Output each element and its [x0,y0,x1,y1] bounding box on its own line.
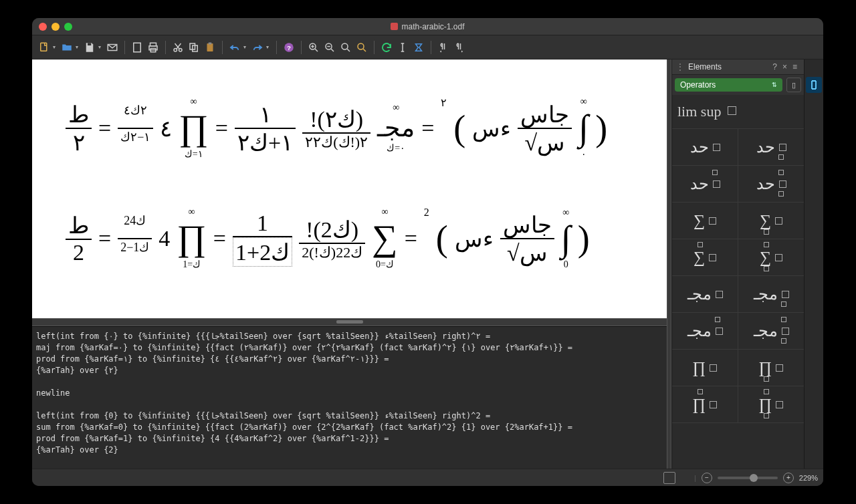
new-dropdown[interactable]: ▾ [53,44,58,50]
right-sidebar: ⋮ Elements ? × ≡ Operators ⇅ ▯ lim sup [671,59,823,469]
svg-rect-3 [134,43,141,52]
undo-dropdown[interactable]: ▾ [243,44,249,50]
titlebar: math-arabic-1.odf [32,18,823,35]
zoom-out-status-button[interactable]: − [702,473,712,483]
svg-rect-1 [88,43,91,45]
panel-help-icon[interactable]: ? [772,62,777,72]
chevron-updown-icon: ⇅ [772,82,777,88]
elements-panel: ⋮ Elements ? × ≡ Operators ⇅ ▯ lim sup [671,59,804,469]
app-window: math-arabic-1.odf ▾ ▾ ▾ ▾ ▾ ? [32,18,823,486]
sidebar-tabs [804,59,823,469]
cut-button[interactable] [170,39,186,55]
zoom-level-text[interactable]: 229% [799,474,818,482]
zoom-out-button[interactable] [322,39,338,55]
horizontal-splitter[interactable] [32,318,667,326]
element-lim-3[interactable]: حد [672,166,738,202]
copy-button[interactable] [186,39,202,55]
element-maj-3[interactable]: مجـ [672,313,738,349]
undo-button[interactable] [227,39,243,55]
symbols-button[interactable] [411,39,427,55]
elements-grid: lim sup حد حد حد حد ∑ ∑ ∑ [672,95,804,469]
element-sum-4[interactable]: ∑ [738,239,804,275]
open-button[interactable] [59,39,75,55]
category-label: Operators [680,80,716,90]
ltr-button[interactable] [435,39,451,55]
element-maj-1[interactable]: مجـ [672,276,738,312]
svg-rect-11 [207,43,213,51]
redo-button[interactable] [249,39,265,55]
editor-column: ط٢ = ٢ك٤١−٢ك ٤ ∞∏١=ك = ١١+ك٢ !(ك٢)٢(!ك)ك… [32,59,667,469]
mail-button[interactable] [104,39,120,55]
help-button[interactable]: ? [281,39,297,55]
category-row: Operators ⇅ ▯ [672,75,804,95]
element-prod-4[interactable]: ∏ [738,386,804,422]
svg-point-17 [342,43,348,49]
panel-menu-icon[interactable]: ≡ [792,62,797,72]
element-sum-1[interactable]: ∑ [672,203,738,239]
formula-line-1: ط٢ = ٢ك٤١−٢ك ٤ ∞∏١=ك = ١١+ك٢ !(ك٢)٢(!ك)ك… [66,96,647,160]
vertical-splitter[interactable] [667,59,671,469]
element-lim-1[interactable]: حد [672,129,738,165]
element-maj-4[interactable]: مجـ [738,313,804,349]
formula-cursor-button[interactable] [395,39,411,55]
save-dropdown[interactable]: ▾ [98,44,104,50]
statusbar: | − + 229% [32,469,823,486]
element-lim-4[interactable]: حد [738,166,804,202]
print-button[interactable] [145,39,161,55]
panel-title: Elements [688,62,722,72]
svg-text:?: ? [287,43,291,51]
svg-point-18 [358,43,364,49]
category-select[interactable]: Operators ⇅ [675,78,782,92]
zoom-fit-button[interactable] [354,39,370,55]
category-view-button[interactable]: ▯ [786,78,801,92]
zoom-100-button[interactable] [338,39,354,55]
element-lim-2[interactable]: حد [738,129,804,165]
rtl-button[interactable] [451,39,467,55]
save-button[interactable] [82,39,98,55]
paste-button[interactable] [202,39,218,55]
redo-dropdown[interactable]: ▾ [266,44,272,50]
svg-rect-0 [41,43,47,51]
element-prod-1[interactable]: ∏ [672,350,738,386]
open-dropdown[interactable]: ▾ [76,44,81,50]
element-maj-2[interactable]: مجـ [738,276,804,312]
sidebar-tab-elements[interactable] [806,77,822,93]
panel-close-icon[interactable]: × [782,62,787,72]
zoom-in-status-button[interactable]: + [783,473,794,483]
formula-preview[interactable]: ط٢ = ٢ك٤١−٢ك ٤ ∞∏١=ك = ١١+ك٢ !(ك٢)٢(!ك)ك… [32,59,667,318]
window-title: math-arabic-1.odf [32,22,823,31]
formula-line-2: ط2 = 2ك42−1ك 4 ∞∏1=ك = 11+ك2 !(ك2)2(!ك)ك… [66,207,647,270]
formula-code-editor[interactable]: left(int from {٠} to {%infinite} {{{جا%t… [32,326,667,469]
document-icon [391,23,398,30]
refresh-button[interactable] [379,39,395,55]
element-sum-3[interactable]: ∑ [672,239,738,275]
zoom-slider[interactable] [718,477,778,479]
element-limsup[interactable]: lim sup [672,95,804,129]
zoom-in-button[interactable] [306,39,322,55]
svg-rect-12 [209,42,212,44]
main-toolbar: ▾ ▾ ▾ ▾ ▾ ? [32,35,823,59]
new-button[interactable] [36,39,52,55]
panel-header: ⋮ Elements ? × ≡ [672,59,804,75]
export-pdf-button[interactable] [129,39,145,55]
panel-grip-icon[interactable]: ⋮ [676,62,684,72]
element-prod-3[interactable]: ∏ [672,386,738,422]
element-sum-2[interactable]: ∑ [738,203,804,239]
document-title-text: math-arabic-1.odf [401,22,464,31]
save-status-icon[interactable] [663,472,675,484]
element-prod-2[interactable]: ∏ [738,350,804,386]
content-area: ط٢ = ٢ك٤١−٢ك ٤ ∞∏١=ك = ١١+ك٢ !(ك٢)٢(!ك)ك… [32,59,823,469]
